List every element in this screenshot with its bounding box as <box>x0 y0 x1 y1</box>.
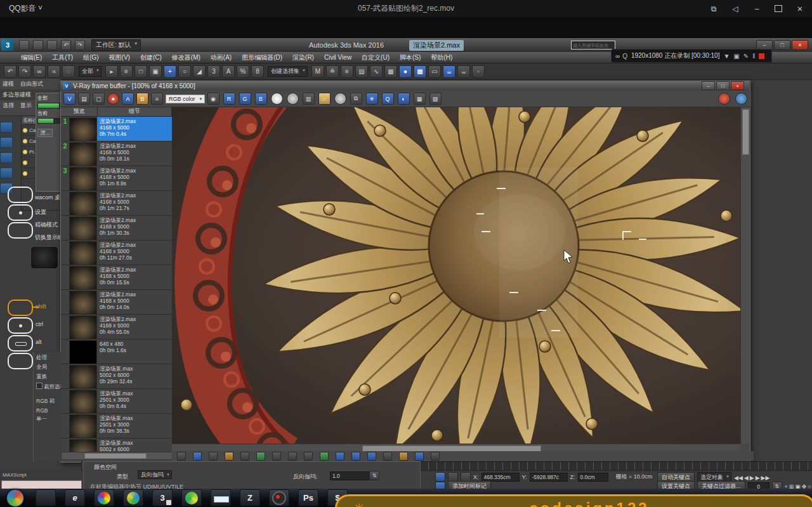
green-toggle-icon[interactable]: G <box>239 93 251 105</box>
visibility-bulb-icon[interactable] <box>23 161 27 165</box>
ie-icon[interactable]: e <box>65 489 85 506</box>
schematic-view-icon[interactable]: ▦ <box>384 65 397 78</box>
express-key-3[interactable] <box>8 222 33 239</box>
vfb-titlebar[interactable]: V V-Ray frame buffer - [100% of 4168 x 5… <box>60 81 749 91</box>
history-row[interactable]: 1渲染场景2.max4168 x 50000h 7m 0.4s <box>61 117 172 142</box>
stamp-icon[interactable]: ▦ <box>414 93 426 105</box>
history-row[interactable]: 渲染场景.max5002 x 6000 <box>61 438 172 452</box>
visibility-bulb-icon[interactable] <box>23 139 27 143</box>
history-row[interactable]: 2渲染场景2.max4168 x 50000h 0m 18.1s <box>61 142 172 166</box>
stamp-icon[interactable] <box>177 452 186 461</box>
vfb-minimize-button[interactable]: – <box>702 81 715 90</box>
history-row[interactable]: 渲染场景2.max4168 x 50000h 0m 15.5s <box>61 265 172 290</box>
menu-item[interactable]: 视图(V) <box>105 53 134 63</box>
copy-to-host-icon[interactable]: ⧉ <box>350 93 362 105</box>
photoshop-icon[interactable]: Ps <box>298 489 318 506</box>
isolate-icon[interactable] <box>435 472 445 482</box>
green-app-icon[interactable] <box>181 489 202 506</box>
3dsmax-icon[interactable]: 3 <box>152 489 173 506</box>
history-hscrollbar[interactable] <box>61 452 173 460</box>
qq-player-icon[interactable] <box>94 489 114 506</box>
y-coordinate-field[interactable]: -5928.887c <box>530 473 568 482</box>
redo-icon[interactable]: ↷ <box>75 40 85 50</box>
close-button[interactable]: × <box>794 3 806 15</box>
history-row[interactable]: 渲染场景2.max4168 x 50000h 11m 27.0s <box>61 240 172 265</box>
gamma-type-dropdown[interactable]: 反向伽玛▼ <box>138 470 172 479</box>
go-end-button[interactable]: ▶▶ <box>761 475 770 481</box>
menu-item[interactable]: 图形编辑器(D) <box>237 53 287 63</box>
graphite-icon[interactable]: ▤ <box>355 65 368 78</box>
sphere-icon[interactable] <box>334 93 346 105</box>
red-toggle-icon[interactable]: R <box>223 93 235 105</box>
selection-filter-dropdown[interactable]: 全部▼ <box>79 66 102 77</box>
redo-icon[interactable]: ↷ <box>18 65 31 78</box>
panel-tab-icon[interactable] <box>0 137 13 148</box>
folder-icon[interactable] <box>211 489 231 506</box>
z-coordinate-field[interactable]: 0.0cm <box>578 473 608 482</box>
panel-tab-icon[interactable] <box>0 122 13 133</box>
gamma-spinner[interactable]: ⇅ <box>369 471 379 480</box>
save-disk-icon[interactable]: ▥ <box>303 93 315 105</box>
layer-manager-icon[interactable]: ≡ <box>341 65 353 78</box>
region-zoom-icon[interactable]: Q <box>382 93 394 105</box>
go-start-button[interactable]: ◀◀ <box>734 475 743 481</box>
link-icon[interactable]: ∞ <box>615 53 620 60</box>
menu-item[interactable]: 编辑(E) <box>16 53 46 63</box>
angle-snap-icon[interactable]: A <box>222 65 235 78</box>
lut-icon[interactable] <box>336 452 344 461</box>
color-balance-icon[interactable] <box>288 452 297 461</box>
minimize-button[interactable]: – <box>751 3 763 15</box>
next-frame-button[interactable]: ▶ <box>756 475 760 481</box>
recorder-icon[interactable] <box>269 489 289 506</box>
named-selection-field[interactable]: 创建选择集▼ <box>268 66 308 77</box>
rendered-frame-icon[interactable]: ▭ <box>428 65 441 78</box>
rect-region-icon[interactable]: □ <box>134 65 147 78</box>
visibility-bulb-icon[interactable] <box>23 128 27 133</box>
menu-item[interactable]: 自定义(U) <box>357 53 394 63</box>
white-circle-icon[interactable] <box>271 93 283 105</box>
vfb-close-button[interactable]: × <box>731 81 744 90</box>
pencil-icon[interactable]: ✎ <box>743 53 749 60</box>
menu-item[interactable]: 帮助(H) <box>426 53 457 63</box>
render-iterative-icon[interactable]: ☕ <box>457 65 470 78</box>
white-balance-icon[interactable] <box>256 452 265 461</box>
absolute-mode-icon[interactable] <box>461 472 471 482</box>
ribbon-subtab[interactable]: 多边形建模 <box>3 91 31 99</box>
rotate-icon[interactable]: ○ <box>178 65 191 78</box>
start-button[interactable] <box>6 489 24 507</box>
express-key-alt[interactable] <box>8 335 33 352</box>
maxscript-input[interactable] <box>1 480 82 489</box>
save-icon[interactable] <box>47 40 57 50</box>
visibility-bulb-icon[interactable] <box>23 150 27 154</box>
history-col-preview[interactable]: 预览 <box>61 107 98 116</box>
icc-icon[interactable] <box>367 452 376 461</box>
chaos-logo-icon[interactable] <box>718 93 730 105</box>
select-link-icon[interactable]: ∞ <box>33 65 46 78</box>
tab-freeform[interactable]: 自由形式 <box>20 80 43 88</box>
vray-logo-icon[interactable]: V <box>63 93 75 105</box>
maximize-button[interactable] <box>773 3 784 15</box>
menu-item[interactable]: Civil View <box>320 53 356 62</box>
history-col-detail[interactable]: 细节 <box>98 107 172 116</box>
selection-lock-icon[interactable] <box>448 472 458 482</box>
camera-icon[interactable]: ▣ <box>733 53 739 60</box>
render-setup-icon[interactable]: ▩ <box>414 65 426 78</box>
express-key-1[interactable] <box>8 187 33 203</box>
qq-browser-icon[interactable] <box>123 489 143 506</box>
menu-icon[interactable]: ≡ <box>151 93 163 105</box>
start-button[interactable] <box>36 489 56 506</box>
crossing-icon[interactable]: ▣ <box>149 65 162 78</box>
mono-icon[interactable]: B <box>136 93 148 105</box>
wacom-precision-button[interactable]: 精确模式 <box>35 221 58 229</box>
pause-icon[interactable]: ‖ <box>752 53 755 60</box>
menu-item[interactable]: 修改器(M) <box>167 53 205 63</box>
curve-icon[interactable] <box>320 452 329 461</box>
history-row[interactable]: 渲染场景.max5002 x 60000h 29m 32.4s <box>61 364 172 389</box>
gray-circle-icon[interactable] <box>287 93 299 105</box>
levels-icon[interactable] <box>304 452 313 461</box>
menu-item[interactable]: 动画(A) <box>206 53 236 63</box>
percent-snap-icon[interactable]: % <box>237 65 249 78</box>
express-key-ctrl[interactable] <box>8 317 33 334</box>
volume-icon[interactable]: ◁ <box>730 3 741 15</box>
srgb-icon[interactable] <box>383 452 392 461</box>
